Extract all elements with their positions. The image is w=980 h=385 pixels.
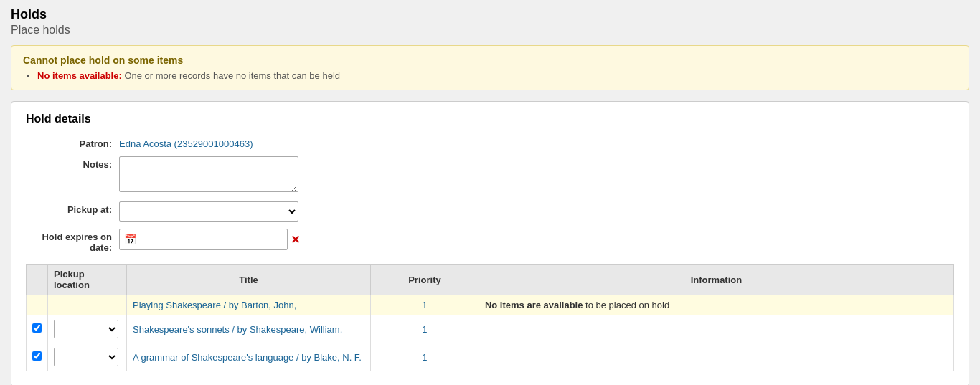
- row-information: [479, 343, 953, 371]
- row-title: A grammar of Shakespeare's language / by…: [127, 343, 371, 371]
- pickup-label: Pickup at:: [26, 201, 119, 215]
- notes-textarea[interactable]: [119, 156, 298, 192]
- row-priority: 1: [371, 295, 479, 315]
- col-title: Title: [127, 265, 371, 295]
- warning-list: No items available: One or more records …: [37, 70, 957, 81]
- row-title-link[interactable]: Shakespeare's sonnets / by Shakespeare, …: [133, 324, 342, 335]
- expires-label: Hold expires on date:: [26, 229, 119, 253]
- warning-item: No items available: One or more records …: [37, 70, 957, 81]
- clear-expires-button[interactable]: ✕: [288, 233, 303, 247]
- holds-table: Pickup location Title Priority Informati…: [26, 264, 954, 371]
- patron-label: Patron:: [26, 136, 119, 149]
- col-pickup-location: Pickup location: [48, 265, 127, 295]
- row-checkbox-cell: [27, 315, 48, 343]
- calendar-icon-button[interactable]: 📅: [122, 230, 138, 249]
- patron-link[interactable]: Edna Acosta (23529001000463): [119, 136, 253, 149]
- row-checkbox-cell: [27, 343, 48, 371]
- row-title: Shakespeare's sonnets / by Shakespeare, …: [127, 315, 371, 343]
- row-checkbox[interactable]: [32, 323, 42, 333]
- row-priority: 1: [371, 343, 479, 371]
- row-information: No items are available to be placed on h…: [479, 295, 953, 315]
- table-row: Shakespeare's sonnets / by Shakespeare, …: [27, 315, 954, 343]
- warning-box: Cannot place hold on some items No items…: [11, 45, 969, 90]
- row-pickup-location: [48, 295, 127, 315]
- warning-item-text: One or more records have no items that c…: [122, 70, 340, 81]
- table-row: A grammar of Shakespeare's language / by…: [27, 343, 954, 371]
- row-location-select[interactable]: [54, 320, 118, 338]
- warning-title: Cannot place hold on some items: [23, 54, 957, 66]
- page-subtitle: Place holds: [11, 24, 969, 37]
- row-title-link[interactable]: Playing Shakespeare / by Barton, John,: [133, 300, 296, 310]
- row-title-link[interactable]: A grammar of Shakespeare's language / by…: [133, 352, 362, 363]
- warning-item-label: No items available:: [37, 70, 122, 81]
- pickup-select[interactable]: [119, 201, 298, 222]
- row-information: [479, 315, 953, 343]
- row-title: Playing Shakespeare / by Barton, John,: [127, 295, 371, 315]
- row-pickup-location: [48, 315, 127, 343]
- row-checkbox-cell: [27, 295, 48, 315]
- table-row: Playing Shakespeare / by Barton, John,1N…: [27, 295, 954, 315]
- col-checkbox: [27, 265, 48, 295]
- row-location-select[interactable]: [54, 348, 118, 366]
- col-information: Information: [479, 265, 953, 295]
- row-pickup-location: [48, 343, 127, 371]
- hold-details-section: Hold details Patron: Edna Acosta (235290…: [11, 101, 969, 385]
- notes-label: Notes:: [26, 156, 119, 170]
- col-priority: Priority: [371, 265, 479, 295]
- expires-date-input[interactable]: [138, 234, 285, 245]
- row-checkbox[interactable]: [32, 351, 42, 361]
- page-title: Holds: [11, 7, 969, 22]
- hold-details-title: Hold details: [26, 113, 954, 125]
- row-priority: 1: [371, 315, 479, 343]
